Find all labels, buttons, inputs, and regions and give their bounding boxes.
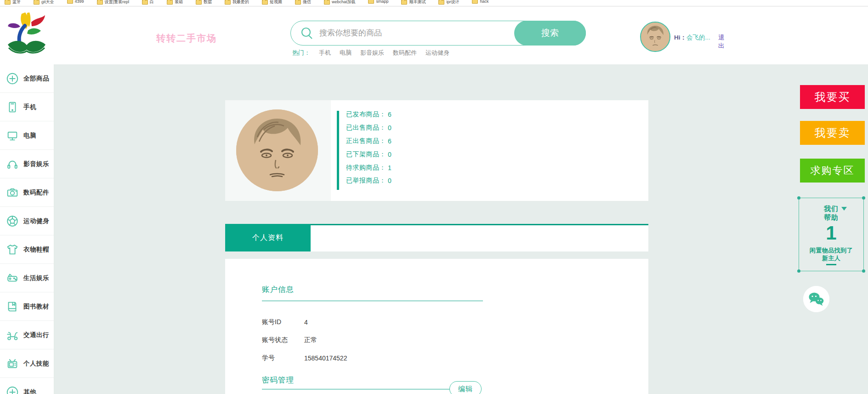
folder-icon <box>34 0 40 5</box>
section-divider <box>262 301 483 301</box>
corner-dot-icon <box>797 196 800 200</box>
sidebar-item[interactable]: 电脑 <box>0 121 54 150</box>
sidebar-item[interactable]: 图书教材 <box>0 292 54 321</box>
edit-button[interactable]: 编辑 <box>449 381 482 394</box>
hot-link[interactable]: 手机 <box>319 49 331 57</box>
hot-link[interactable]: 数码配件 <box>393 49 417 57</box>
site-header: 转转二手市场 搜索 热门： 手机 电脑 影音娱乐 数码配件 运动健身 <box>0 6 868 64</box>
account-rows: 账号ID 4 账号状态 正常 学号 158540174522 <box>262 313 347 367</box>
corner-dot-icon <box>862 269 865 273</box>
logout-link[interactable]: 退出 <box>718 34 725 50</box>
hot-label: 热门： <box>292 49 310 57</box>
profile-summary-card: 已发布商品：6 已出售商品：0 正出售商品：6 已下架商品：0 待求购商品：1 … <box>225 100 648 201</box>
caret-down-icon <box>841 207 847 211</box>
sidebar-item[interactable]: 影音娱乐 <box>0 150 54 178</box>
site-logo[interactable] <box>5 11 49 58</box>
sidebar-item-label: 其他 <box>23 388 36 394</box>
sidebar-item[interactable]: 全部商品 <box>0 64 54 93</box>
sidebar-item[interactable]: 其他 <box>0 378 54 394</box>
hot-link[interactable]: 影音娱乐 <box>360 49 384 57</box>
tab-personal-info[interactable]: 个人资料 <box>225 224 311 251</box>
search-input[interactable] <box>318 24 504 42</box>
bookmark-item[interactable]: 短视频 <box>262 0 282 5</box>
folder-icon <box>196 0 202 5</box>
folder-icon <box>225 0 231 5</box>
plus-circle-icon <box>6 385 19 394</box>
hot-link[interactable]: 运动健身 <box>425 49 449 57</box>
helper-line3: 闲置物品找到了 <box>799 246 863 254</box>
buy-button[interactable]: 我要买 <box>800 85 865 109</box>
account-row: 账号ID 4 <box>262 313 347 331</box>
sidebar-item[interactable]: 交通出行 <box>0 321 54 349</box>
bookmark-item[interactable]: 设置|重装repl <box>97 0 129 5</box>
stat-row: 正出售商品：6 <box>346 135 391 148</box>
sidebar-item[interactable]: 运动健身 <box>0 207 54 235</box>
search-button[interactable]: 搜索 <box>514 21 586 46</box>
wechat-icon <box>803 286 829 312</box>
sidebar-item-label: 运动健身 <box>23 217 49 225</box>
bookmark-label: 微信 <box>303 0 311 5</box>
helper-line4: 新主人 <box>799 254 863 262</box>
hot-link[interactable]: 电脑 <box>340 49 352 57</box>
stat-label: 待求购商品： <box>346 164 386 172</box>
wechat-button[interactable] <box>803 286 829 312</box>
bookmark-item[interactable]: 4399 <box>67 0 84 4</box>
bookmark-label: 数据 <box>204 0 212 5</box>
sell-button[interactable]: 我要卖 <box>800 121 865 145</box>
bookmark-item[interactable]: hack <box>472 0 488 4</box>
stat-row: 已发布商品：6 <box>346 108 391 121</box>
flower-book-logo-icon <box>5 11 49 57</box>
stat-label: 已出售商品： <box>346 124 386 132</box>
book-icon <box>6 300 19 314</box>
stat-label: 正出售商品： <box>346 137 386 145</box>
stat-value: 0 <box>388 151 391 158</box>
bookmark-item[interactable]: webchat加载 <box>324 0 356 5</box>
account-row-value: 4 <box>304 319 308 326</box>
bookmark-item[interactable]: 我最爱的 <box>225 0 249 5</box>
bookmark-item[interactable]: 装箱 <box>167 0 183 5</box>
corner-dot-icon <box>862 196 865 200</box>
account-row: 账号状态 正常 <box>262 331 347 349</box>
corner-dot-icon <box>797 269 800 273</box>
bookmark-label: 我最爱的 <box>233 0 249 5</box>
stat-row: 已下架商品：0 <box>346 148 391 161</box>
search-bar: 搜索 <box>290 21 586 46</box>
profile-avatar <box>236 109 318 191</box>
bookmark-item[interactable]: 顺丰测试 <box>401 0 425 5</box>
folder-icon <box>368 0 374 4</box>
bookmark-item[interactable]: ipr设计 <box>438 0 459 5</box>
greeting-prefix: Hi： <box>674 34 686 41</box>
bookmark-item[interactable]: 白 <box>142 0 154 5</box>
tv-icon <box>6 357 19 371</box>
bookmark-item[interactable]: 数据 <box>196 0 212 5</box>
bookmark-item[interactable]: git大全 <box>34 0 54 5</box>
bookmark-label: 装箱 <box>175 0 183 5</box>
sidebar-item[interactable]: 个人技能 <box>0 349 54 378</box>
folder-icon <box>324 0 330 5</box>
monitor-icon <box>6 129 19 143</box>
bookmark-label: 顺丰测试 <box>409 0 425 5</box>
stat-label: 已举报商品： <box>346 177 386 185</box>
username: 会飞的... <box>686 34 710 41</box>
stat-value: 1 <box>388 164 391 171</box>
folder-icon <box>167 0 173 5</box>
wanted-zone-button[interactable]: 求购专区 <box>800 159 865 183</box>
account-row-label: 账号状态 <box>262 336 304 344</box>
avatar-sketch-icon <box>236 109 318 191</box>
bookmark-item[interactable]: 微信 <box>295 0 311 5</box>
bookmark-item[interactable]: smapp <box>368 0 388 4</box>
bookmark-item[interactable]: 蓝牙 <box>5 0 21 5</box>
folder-icon <box>67 0 73 4</box>
browser-bookmarks-bar: 蓝牙 git大全 4399 设置|重装repl 白 装箱 数据 我最爱的 短视频… <box>0 0 868 6</box>
helper-line1: 我们 <box>824 204 839 213</box>
sidebar-item[interactable]: 手机 <box>0 93 54 121</box>
user-greeting: Hi：会飞的... <box>674 34 710 42</box>
account-row-label: 学号 <box>262 354 304 362</box>
sidebar-item[interactable]: 衣物鞋帽 <box>0 235 54 264</box>
account-info-title: 账户信息 <box>262 285 294 295</box>
user-avatar[interactable] <box>640 22 670 52</box>
sidebar-item[interactable]: 生活娱乐 <box>0 264 54 292</box>
sidebar-item[interactable]: 数码配件 <box>0 178 54 207</box>
account-row-label: 账号ID <box>262 318 304 326</box>
bookmark-label: webchat加载 <box>332 0 356 5</box>
